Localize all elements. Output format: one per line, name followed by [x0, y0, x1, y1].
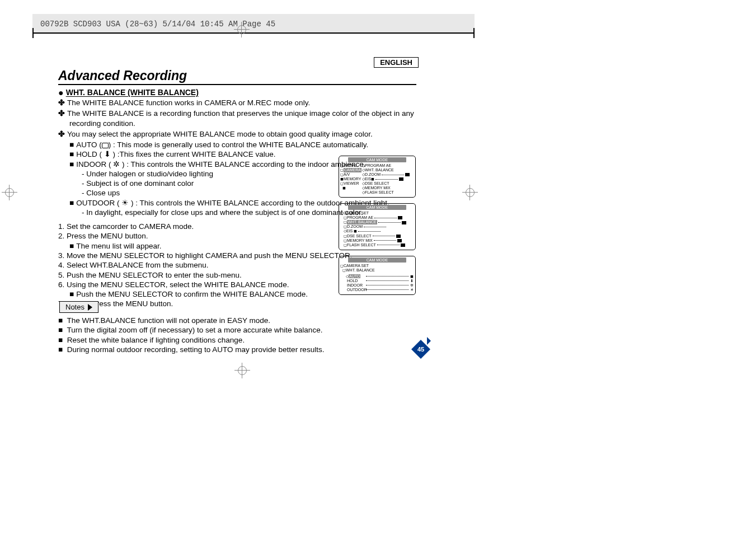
auto-icon [102, 143, 109, 148]
mode-auto-pre: AUTO ( [76, 140, 102, 149]
s1-l0: INITIAL [344, 163, 357, 167]
s3-o1: HOLD [347, 279, 358, 283]
s1-r3: EIS [365, 177, 371, 181]
s3-h1: CAMERA SET [344, 264, 369, 268]
bullet-3: You may select the appropriate WHITE BAL… [67, 130, 373, 138]
page-title: Advanced Recording [58, 68, 187, 83]
s3-o2: INDOOR [347, 283, 363, 287]
page-number: 45 [417, 346, 424, 353]
s2-2: D.ZOOM [347, 224, 363, 228]
registration-mark-icon [234, 22, 250, 38]
notes-label: Notes [65, 303, 84, 311]
screen-1: CAM MODE ◻INITIAL ◻CAMERA ◻A/V ◼MEMORY ◻… [339, 156, 416, 198]
s1-r6: FLASH SELECT [365, 190, 394, 194]
s1-l2: A/V [344, 172, 350, 176]
mode-indoor: INDOOR ( ✲ ) : This controls the WHITE B… [76, 160, 365, 168]
step-7: 7. To exit, press the MENU button. [58, 299, 416, 308]
section-heading: ●WHT. BALANCE (WHITE BALANCE) [58, 88, 199, 98]
screen-3-caption: CAM MODE [348, 257, 406, 263]
s2-4: DSE SELECT [347, 234, 372, 238]
note-3: Reset the white balance if lighting cond… [67, 336, 245, 344]
step-6a: Push the MENU SELECTOR to confirm the WH… [76, 290, 308, 298]
s1-r0: PROGRAM AE [365, 163, 391, 167]
mode-auto-post: ) : This mode is generally used to contr… [109, 140, 369, 149]
s2-0: PROGRAM AE [347, 216, 373, 219]
s2-6: FLASH SELECT [347, 243, 376, 247]
note-2: Turn the digital zoom off (if necessary)… [67, 326, 322, 334]
s2-1: WHT. BALANCE [347, 220, 377, 224]
s1-l3: MEMORY [344, 177, 361, 181]
crop-mark-top [32, 32, 475, 34]
language-text: ENGLISH [380, 58, 412, 67]
page-number-badge: 45 [414, 344, 428, 354]
screen-2-caption: CAM MODE [348, 205, 406, 210]
screen-1-caption: CAM MODE [348, 157, 406, 162]
registration-mark-icon [234, 363, 250, 378]
s3-o0: AUTO [349, 274, 360, 278]
registration-mark-icon [462, 185, 478, 200]
s3-o3: OUTDOOR [347, 288, 367, 292]
s1-r5: MEMORY MIX [365, 186, 391, 190]
note-1: The WHT.BALANCE function will not operat… [67, 316, 270, 325]
s1-l1: CAMERA [344, 168, 361, 172]
s3-h2: WHT. BALANCE [346, 268, 375, 272]
notes-list: ■ The WHT.BALANCE function will not oper… [58, 316, 324, 354]
s2-head: CAMERA SET [344, 211, 369, 215]
note-4: During normal outdoor recording, setting… [67, 345, 325, 354]
mode-hold: HOLD ( ⬇ ) :This fixes the current WHITE… [76, 150, 275, 158]
s1-l4: VIEWER [344, 181, 359, 185]
s2-3: EIS [346, 229, 353, 233]
section-text: WHT. BALANCE (WHITE BALANCE) [66, 88, 199, 97]
menu-screenshots: CAM MODE ◻INITIAL ◻CAMERA ◻A/V ◼MEMORY ◻… [339, 156, 416, 301]
s2-5: MEMORY MIX [347, 238, 373, 242]
registration-mark-icon [2, 185, 17, 200]
step-2a: The menu list will appear. [76, 242, 161, 250]
screen-2: CAM MODE ◻CAMERA SET ◻PROGRAM AE ◻WHT. B… [339, 203, 416, 250]
screen-3: CAM MODE ◻CAMERA SET ◻WHT. BALANCE ◇AUTO… [339, 256, 416, 295]
s1-r4: DSE SELECT [365, 181, 389, 185]
s1-r1: WHT. BALANCE [365, 168, 394, 172]
s1-r2: D.ZOOM [365, 172, 381, 176]
language-badge: ENGLISH [374, 57, 419, 68]
notes-heading-box: Notes [59, 301, 98, 313]
bullet-2: The WHITE BALANCE is a recording functio… [67, 109, 414, 127]
bullet-1: The WHITE BALANCE function works in CAME… [67, 99, 310, 107]
title-underline [58, 84, 416, 85]
print-header-strip: 00792B SCD903 USA (28~63) 5/14/04 10:45 … [32, 14, 475, 34]
notes-arrow-icon [88, 304, 92, 311]
